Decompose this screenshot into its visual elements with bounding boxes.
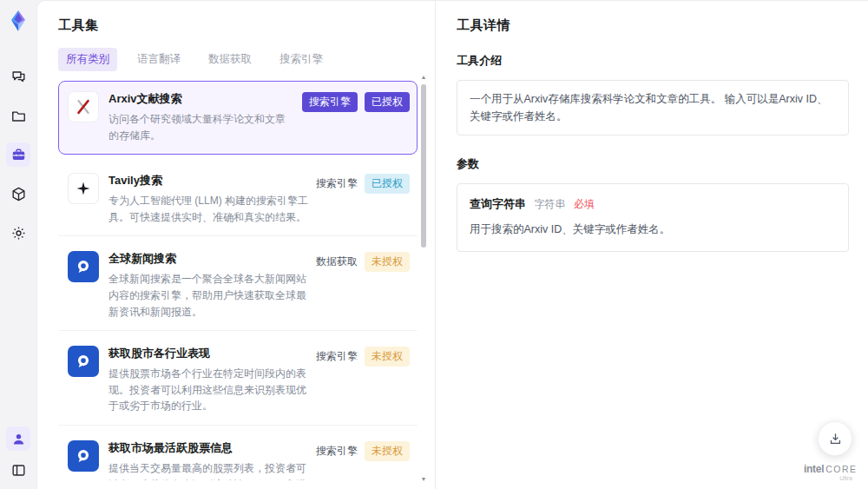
tab-2[interactable]: 数据获取 [201, 48, 260, 71]
param-header: 查询字符串 字符串 必填 [470, 195, 836, 214]
tool-card-main: 获取股市各行业表现提供股票市场各个行业在特定时间段内的表现。投资者可以利用这些信… [108, 346, 316, 414]
q-blue-icon [68, 440, 99, 472]
tool-title: Tavily搜索 [108, 173, 309, 188]
auth-badge: 未授权 [365, 441, 410, 461]
category-tabs: 所有类别语言翻译数据获取搜索引擎 [58, 48, 435, 71]
tool-title: 获取股市各行业表现 [108, 346, 309, 361]
tool-card-main: 获取市场最活跃股票信息提供当天交易量最高的股票列表，投资者可以利用这些信息来识别… [108, 440, 316, 480]
detail-panel: 工具详情 工具介绍 一个用于从Arxiv存储库搜索科学论文和文章的工具。 输入可… [436, 1, 868, 489]
tool-badges: 搜索引擎未授权 [316, 346, 410, 414]
category-badge: 搜索引擎 [316, 347, 358, 367]
scroll-down-icon[interactable]: ▼ [419, 476, 428, 482]
q-blue-icon [68, 251, 99, 282]
arxiv-icon [68, 91, 99, 122]
settings-icon[interactable] [6, 221, 30, 245]
folder-icon[interactable] [6, 103, 30, 128]
tool-card-main: Arxiv文献搜索访问各个研究领域大量科学论文和文章的存储库。 [108, 91, 302, 143]
param-required-badge: 必填 [574, 198, 595, 210]
tab-3[interactable]: 搜索引擎 [272, 48, 331, 71]
category-badge: 数据获取 [316, 252, 358, 272]
param-description: 用于搜索的Arxiv ID、关键字或作者姓名。 [470, 221, 836, 238]
intel-core-logo: intelCORE Ultra [804, 464, 856, 482]
ultra-wordmark: Ultra [804, 475, 856, 482]
auth-badge: 未授权 [365, 252, 410, 272]
main-surface: 工具集 所有类别语言翻译数据获取搜索引擎 Arxiv文献搜索访问各个研究领域大量… [36, 0, 868, 489]
param-card: 查询字符串 字符串 必填 用于搜索的Arxiv ID、关键字或作者姓名。 [457, 183, 849, 252]
download-button[interactable] [818, 421, 852, 456]
download-icon [828, 432, 843, 446]
intel-wordmark: intel [804, 463, 824, 475]
intro-heading: 工具介绍 [457, 53, 849, 69]
tab-1[interactable]: 语言翻译 [129, 48, 188, 71]
logo-gem-icon [6, 9, 30, 33]
scroll-up-icon[interactable]: ▲ [419, 74, 428, 80]
tool-title: 全球新闻搜索 [108, 251, 309, 267]
tab-0[interactable]: 所有类别 [58, 48, 117, 71]
core-wordmark: CORE [825, 464, 857, 474]
tool-badges: 搜索引擎未授权 [316, 440, 410, 480]
category-badge: 搜索引擎 [302, 92, 358, 112]
toolbox-icon[interactable] [6, 142, 30, 167]
tool-badges: 搜索引擎已授权 [302, 91, 410, 143]
category-badge: 搜索引擎 [316, 174, 358, 194]
sidebar-toggle-icon[interactable] [6, 458, 30, 482]
auth-badge: 已授权 [365, 92, 410, 112]
param-name: 查询字符串 [470, 197, 526, 210]
category-badge: 搜索引擎 [316, 441, 358, 461]
tool-title: 获取市场最活跃股票信息 [108, 440, 309, 456]
sparkle-icon [68, 173, 99, 204]
tool-badges: 搜索引擎已授权 [316, 173, 410, 225]
package-icon[interactable] [6, 182, 30, 206]
param-type: 字符串 [534, 198, 565, 210]
params-heading: 参数 [457, 156, 849, 172]
tool-card-main: 全球新闻搜索全球新闻搜索是一个聚合全球各大新闻网站内容的搜索引擎，帮助用户快速获… [108, 251, 316, 320]
tool-card-4[interactable]: 获取市场最活跃股票信息提供当天交易量最高的股票列表，投资者可以利用这些信息来识别… [58, 430, 418, 480]
intro-text: 一个用于从Arxiv存储库搜索科学论文和文章的工具。 输入可以是Arxiv ID… [457, 80, 849, 135]
tool-badges: 数据获取未授权 [316, 251, 410, 320]
tool-card-2[interactable]: 全球新闻搜索全球新闻搜索是一个聚合全球各大新闻网站内容的搜索引擎，帮助用户快速获… [58, 241, 418, 331]
auth-badge: 已授权 [365, 174, 410, 194]
q-blue-icon [68, 346, 99, 377]
detail-title: 工具详情 [457, 17, 849, 34]
tool-card-1[interactable]: Tavily搜索专为人工智能代理 (LLM) 构建的搜索引擎工具。可快速提供实时… [58, 162, 418, 236]
tool-title: Arxiv文献搜索 [108, 91, 295, 107]
tool-description: 提供当天交易量最高的股票列表，投资者可以利用这些信息来识别流动性强的股票和潜在的… [108, 460, 309, 480]
user-icon[interactable] [6, 426, 30, 451]
tool-description: 全球新闻搜索是一个聚合全球各大新闻网站内容的搜索引擎，帮助用户快速获取全球最新资… [108, 271, 309, 320]
chat-icon[interactable] [6, 64, 30, 89]
tool-description: 专为人工智能代理 (LLM) 构建的搜索引擎工具。可快速提供实时、准确和真实的结… [108, 193, 309, 225]
tool-list: Arxiv文献搜索访问各个研究领域大量科学论文和文章的存储库。搜索引擎已授权Ta… [58, 81, 418, 480]
page-title: 工具集 [58, 17, 435, 34]
app-rail [0, 0, 36, 489]
scrollbar-thumb[interactable] [421, 84, 426, 248]
tool-description: 访问各个研究领域大量科学论文和文章的存储库。 [108, 111, 295, 143]
auth-badge: 未授权 [365, 347, 410, 367]
list-scrollbar[interactable]: ▲ ▼ [419, 74, 428, 482]
tools-panel: 工具集 所有类别语言翻译数据获取搜索引擎 Arxiv文献搜索访问各个研究领域大量… [37, 1, 435, 489]
tool-card-main: Tavily搜索专为人工智能代理 (LLM) 构建的搜索引擎工具。可快速提供实时… [108, 173, 316, 225]
tool-card-3[interactable]: 获取股市各行业表现提供股票市场各个行业在特定时间段内的表现。投资者可以利用这些信… [58, 335, 418, 426]
tool-card-0[interactable]: Arxiv文献搜索访问各个研究领域大量科学论文和文章的存储库。搜索引擎已授权 [58, 81, 418, 155]
tool-description: 提供股票市场各个行业在特定时间段内的表现。投资者可以利用这些信息来识别表现优于或… [108, 366, 309, 414]
